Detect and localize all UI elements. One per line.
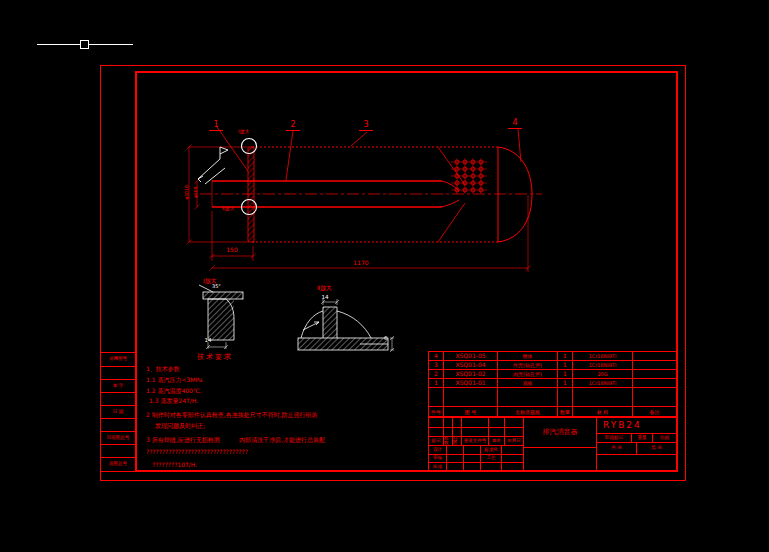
detail2-title: Ⅱ放大 bbox=[317, 285, 332, 291]
tech-req-line1: 1、技术参数 bbox=[146, 366, 180, 372]
tech-req-line7b: 内部清洗干净后,才能进行总装配 bbox=[239, 437, 325, 443]
margin-row bbox=[101, 367, 135, 379]
margin-row bbox=[101, 393, 135, 405]
tech-req-line4: 1.3 蒸发量24T/H. bbox=[149, 398, 198, 404]
detail1-dim: 14 bbox=[202, 338, 214, 344]
margin-row: 日 期 bbox=[101, 406, 135, 418]
dim-150: 150 bbox=[219, 247, 245, 253]
margin-row: 旧底图总号 bbox=[101, 432, 135, 444]
margin-row bbox=[101, 419, 135, 431]
callout-label-1: Ⅰ放大 bbox=[238, 129, 249, 134]
dim-dia-shell: φ1018 bbox=[185, 177, 190, 207]
sign-row: 批准 bbox=[429, 463, 523, 471]
bom-row: 1 XSQ01-01 底板 1 1Cr18Ni9Ti bbox=[429, 379, 676, 388]
margin-row: 签 字 bbox=[101, 380, 135, 392]
balloon-leaders bbox=[217, 127, 521, 180]
balloon-2: 2 bbox=[286, 121, 300, 131]
weld-symbol bbox=[198, 147, 228, 184]
tech-req-line5: 2 制作时对各零部件认真检查,各连接处尺寸不符时,防止强行组装 bbox=[146, 412, 318, 418]
tech-req-line3: 1.2 蒸汽温度400℃. bbox=[146, 388, 202, 394]
callout-label-2: Ⅱ放大 bbox=[222, 206, 234, 211]
tech-req-line6: 发现问题及时纠正; bbox=[155, 423, 205, 429]
bom-header-row: 件号 图 号 名称及规格 数量 材 料 备注 bbox=[429, 407, 676, 417]
detail2-dim: 14 bbox=[319, 295, 331, 301]
grip-handle[interactable] bbox=[80, 40, 89, 49]
bom-row: 2 XSQ01-02 内壳(钻孔管) 1 20G bbox=[429, 370, 676, 379]
drawing-number: RYB24 bbox=[603, 421, 642, 430]
bom-empty-row bbox=[429, 388, 676, 407]
drawing-title: 排汽消音器 bbox=[543, 429, 578, 436]
balloon-4: 4 bbox=[508, 119, 522, 129]
dim-1170: 1170 bbox=[348, 260, 374, 266]
tech-req-line8: ???????????????????????????????? bbox=[146, 449, 248, 455]
bom-row: 4 XSQ01-05 锥体 1 1Cr18Ni9Ti bbox=[429, 352, 676, 361]
cad-canvas[interactable]: 1 2 3 4 Ⅰ放大 Ⅱ放大 150 1170 φ1018 φ609 Ⅰ放大 … bbox=[0, 0, 769, 552]
sign-row: 设计 标准化 bbox=[429, 446, 523, 455]
sign-row: 审核 工艺 bbox=[429, 455, 523, 463]
margin-row: 底图总号 bbox=[101, 458, 135, 470]
revision-grid: 标记 处数 分区 更改文件号 签名 年月日 设计 标准化 审核 工艺 批准 bbox=[429, 418, 524, 471]
detail2-thickness: 6 bbox=[384, 336, 388, 342]
detail-view-2 bbox=[298, 299, 394, 352]
tech-req-line7a: 3 所有焊缝,应进行无损检测 bbox=[146, 437, 220, 443]
stage-label-row: 阶段标记 重量 比例 bbox=[597, 434, 676, 443]
dim-dia-pipe: φ609 bbox=[194, 177, 199, 207]
drawing-number-area: RYB24 阶段标记 重量 比例 共 张 第 张 bbox=[597, 418, 676, 471]
margin-row bbox=[101, 445, 135, 457]
detail1-angle: 35° bbox=[212, 284, 221, 289]
drawing-title-area: 排汽消音器 bbox=[524, 418, 597, 471]
bom-table: 4 XSQ01-05 锥体 1 1Cr18Ni9Ti 3 XSQ01-04 外壳… bbox=[428, 351, 677, 417]
margin-table: 借用图号 签 字 日 期 旧底图总号 底图总号 bbox=[100, 352, 136, 472]
drill-hole-grid bbox=[451, 159, 487, 194]
tech-req-title: 技术要求 bbox=[197, 354, 233, 361]
title-block: 标记 处数 分区 更改文件号 签名 年月日 设计 标准化 审核 工艺 批准 bbox=[428, 417, 677, 472]
balloon-1: 1 bbox=[209, 121, 223, 131]
tech-req-line2: 1.1 蒸汽压力<3MPa bbox=[146, 377, 203, 383]
tech-req-line9: ????????10T/H. bbox=[152, 462, 197, 468]
balloon-3: 3 bbox=[359, 121, 373, 131]
margin-row: 借用图号 bbox=[101, 353, 135, 366]
revision-header-row: 标记 处数 分区 更改文件号 签名 年月日 bbox=[429, 437, 523, 446]
vessel-outline bbox=[200, 147, 542, 242]
bom-row: 3 XSQ01-04 外壳(钻孔管) 1 1Cr18Ni9Ti bbox=[429, 361, 676, 370]
sheet-label-row: 共 张 第 张 bbox=[597, 443, 676, 455]
